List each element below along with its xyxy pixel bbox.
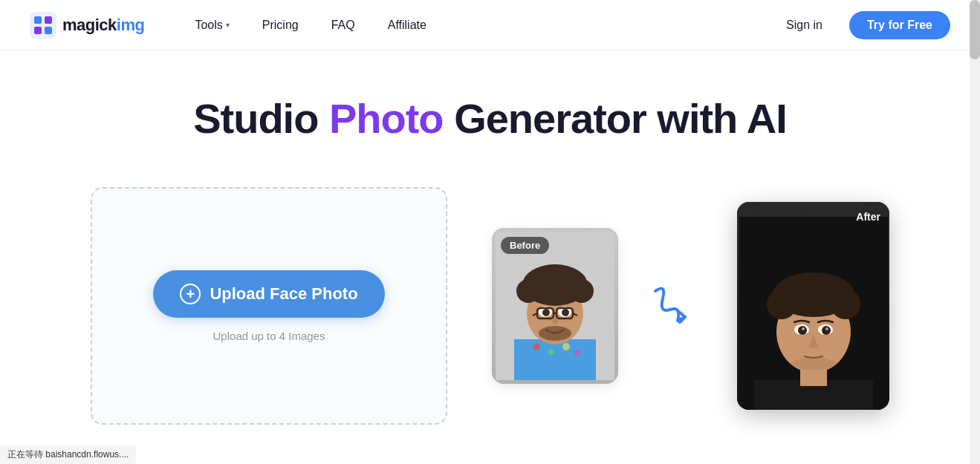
before-badge: Before [501, 237, 549, 254]
svg-point-45 [818, 279, 842, 303]
svg-point-25 [562, 309, 569, 316]
scrollbar-thumb[interactable] [970, 0, 980, 59]
svg-point-10 [562, 343, 570, 350]
svg-point-49 [822, 326, 831, 335]
nav-affiliate[interactable]: Affiliate [374, 13, 440, 38]
upload-face-button[interactable]: + Upload Face Photo [153, 270, 384, 318]
logo[interactable]: magickimg [30, 12, 144, 39]
svg-point-8 [533, 343, 540, 350]
try-free-button[interactable]: Try for Free [849, 11, 950, 39]
plus-icon: + [180, 284, 201, 304]
svg-rect-1 [34, 16, 42, 24]
title-rest: Generator with AI [444, 95, 787, 142]
after-person-svg [739, 217, 888, 410]
demo-area: + Upload Face Photo Upload up to 4 Image… [82, 187, 899, 425]
before-card: Before [492, 228, 618, 384]
after-badge: After [856, 211, 880, 223]
nav-pricing[interactable]: Pricing [249, 13, 312, 38]
upload-box[interactable]: + Upload Face Photo Upload up to 4 Image… [91, 187, 447, 425]
svg-point-51 [825, 327, 828, 330]
svg-rect-3 [34, 27, 42, 34]
svg-point-21 [545, 268, 565, 287]
svg-point-44 [785, 279, 809, 303]
after-card: After [737, 202, 889, 410]
svg-point-9 [548, 349, 554, 355]
svg-rect-4 [45, 27, 52, 34]
transform-arrow [648, 276, 707, 336]
svg-point-24 [542, 309, 550, 316]
logo-icon [30, 12, 56, 39]
upload-button-label: Upload Face Photo [210, 284, 357, 304]
sign-in-button[interactable]: Sign in [771, 13, 837, 38]
arrow-svg [648, 276, 707, 336]
svg-point-32 [539, 326, 571, 341]
svg-point-31 [552, 317, 558, 324]
nav-tools[interactable]: Tools ▾ [181, 13, 242, 38]
title-photo: Photo [329, 95, 444, 142]
nav-faq[interactable]: FAQ [318, 13, 369, 38]
svg-rect-7 [514, 339, 596, 380]
svg-rect-0 [30, 12, 56, 39]
main-nav: Tools ▾ Pricing FAQ Affiliate [181, 13, 771, 38]
scrollbar-track[interactable] [970, 0, 980, 464]
header: magickimg Tools ▾ Pricing FAQ Affiliate … [0, 0, 980, 50]
hero-title: Studio Photo Generator with AI [193, 95, 787, 143]
upload-hint: Upload up to 4 Images [213, 330, 325, 342]
status-text: 正在等待 baishancdn.flowus.... [7, 449, 129, 460]
svg-point-11 [574, 350, 580, 356]
status-bar: 正在等待 baishancdn.flowus.... [0, 445, 136, 464]
comparison-area: Before [492, 202, 889, 410]
after-photo [737, 202, 889, 410]
svg-point-48 [798, 326, 807, 335]
main-content: Studio Photo Generator with AI + Upload … [0, 50, 980, 454]
logo-text: magickimg [62, 16, 144, 35]
before-person-svg [496, 232, 614, 380]
svg-point-52 [791, 358, 836, 370]
header-actions: Sign in Try for Free [771, 11, 950, 39]
svg-point-50 [802, 327, 805, 330]
title-studio: Studio [193, 95, 329, 142]
svg-rect-2 [45, 16, 52, 24]
tools-chevron-icon: ▾ [226, 21, 230, 29]
